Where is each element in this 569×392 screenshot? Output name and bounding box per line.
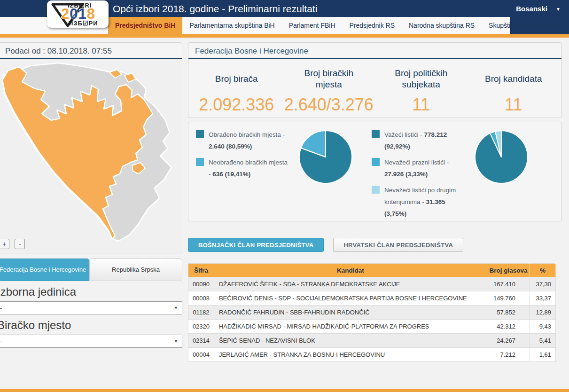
pie-legend-1: Važeći listići - 778.212 (92,92%)Nevažeć… [372,129,466,224]
vote-count: 149.760 [487,291,530,306]
stat-2: Broj političkih subjekata11 [375,67,468,115]
candidate-code: 02320 [188,320,214,334]
vote-count: 42.312 [487,320,530,334]
map-zoom-in-button[interactable]: + [0,239,9,249]
vote-count: 57.852 [487,306,530,320]
vote-percent: 5,41 [530,334,556,348]
pie-charts-row: Obrađeno biračkih mjesta - 2.640 (80,59%… [188,122,561,230]
table-row: 00004JERLAGIĆ AMER - STRANKA ZA BOSNU I … [188,348,556,362]
stat-label: Broj kandidata [468,67,560,91]
stat-value: 2.640/3.276 [283,95,375,115]
left-sidebar: Podaci od : 08.10.2018. 07:55 + - Federa… [0,42,182,348]
column-header-3: % [530,264,556,277]
legend-item: Obrađeno biračkih mjesta - 2.640 (80,59%… [196,129,290,152]
vote-percent: 1,61 [530,348,556,362]
entity-title: Federacija Bosne i Hercegovine [188,43,561,59]
data-timestamp: Podaci od : 08.10.2018. 07:55 [0,43,182,59]
stat-value: 11 [375,95,468,115]
nav-tab-4[interactable]: Narodna skupština RS [402,17,482,34]
legend-marker-icon [196,158,204,166]
stat-value: 2.092.336 [190,95,283,115]
map-zoom-out-button[interactable]: - [15,239,25,249]
column-header-0: Šifra [188,264,214,277]
vote-count: 167.410 [487,277,530,291]
map-panel: Podaci od : 08.10.2018. 07:55 + - [0,42,182,253]
izborna-jedinica-select[interactable]: - ▼ [0,301,182,314]
legend-marker-icon [196,130,204,138]
language-label: Bosanski [516,5,547,13]
vote-count: 24.267 [487,334,530,348]
vote-percent: 33,37 [530,291,556,306]
biracko-mjesto-select[interactable]: - ▼ [0,335,182,348]
legend-marker-icon [372,130,380,138]
candidate-name: HADŽIKADIĆ MIRSAD - MIRSAD HADŽIKADIĆ-PL… [214,320,487,334]
candidate-name: BEĆIROVIĆ DENIS - SDP - SOCIJALDEMOKRATS… [214,291,487,306]
table-row: 02314ŠEPIĆ SENAD - NEZAVISNI BLOK24.2675… [188,334,556,348]
candidate-code: 00004 [188,348,214,362]
vote-percent: 9,43 [530,320,556,334]
stat-label: Broj biračkih mjesta [283,67,375,91]
legend-item: Neobrađeno biračkih mjesta - 636 (19,41%… [196,157,290,180]
candidate-code: 00090 [188,277,214,291]
entity-tab-1[interactable]: Republika Srpska [89,259,182,281]
filter-label-izborna-jedinica: Izborna jedinica [0,285,182,298]
main-nav-tabs: Predsjedništvo BiHParlamentarna skupštin… [108,17,569,34]
entity-tabs: Federacija Bosne i HercegovineRepublika … [0,259,182,281]
table-row: 00008BEĆIROVIĆ DENIS - SDP - SOCIJALDEMO… [188,291,556,306]
vote-percent: 37,30 [530,277,556,291]
filter-label-biracko-mjesto: Biračko mjesto [0,319,182,332]
vote-count: 7.212 [487,348,530,362]
candidate-code: 01182 [188,306,214,320]
results-main: Federacija Bosne i Hercegovine Broj bira… [188,42,562,362]
race-buttons: BOŠNJAČKI ČLAN PREDSJEDNIŠTVAHRVATSKI ČL… [188,238,562,252]
pie-chart-1 [473,129,530,185]
legend-label: Neobrađeno biračkih mjesta - 636 (19,41%… [209,157,290,180]
candidate-name: DŽAFEROVIĆ ŠEFIK - SDA - STRANKA DEMOKRA… [214,277,487,291]
pie-legend-0: Obrađeno biračkih mjesta - 2.640 (80,59%… [196,129,290,184]
chevron-down-icon: ▼ [556,7,561,12]
entity-tab-0[interactable]: Federacija Bosne i Hercegovine [0,259,89,281]
table-row: 01182RADONČIĆ FAHRUDIN - SBB-FAHRUDIN RA… [188,306,556,320]
language-selector[interactable]: Bosanski ▼ [516,5,561,13]
legend-label: Važeći listići - 778.212 (92,92%) [384,129,466,152]
nav-tab-5[interactable]: Skupštine kantona u FBiH [482,17,569,34]
results-table: ŠifraKandidatBroj glasova% 00090DŽAFEROV… [188,263,556,362]
page-title: Opći izbori 2018. godine - Preliminarni … [113,3,317,15]
bih-map: + - [0,59,182,253]
legend-label: Nevažeći listići po drugim kriterijumima… [384,184,466,220]
pie-chart-0 [297,129,354,185]
vote-percent: 12,89 [530,306,556,320]
candidate-code: 02314 [188,334,214,348]
nav-tab-3[interactable]: Predsjednik RS [343,17,402,34]
candidate-name: JERLAGIĆ AMER - STRANKA ZA BOSNU I HERCE… [214,348,487,362]
race-button-1[interactable]: HRVATSKI ČLAN PREDSJEDNIŠTVA [333,238,463,252]
race-button-0[interactable]: BOŠNJAČKI ČLAN PREDSJEDNIŠTVA [188,238,324,252]
legend-label: Obrađeno biračkih mjesta - 2.640 (80,59%… [209,129,290,152]
stat-label: Broj političkih subjekata [375,67,468,91]
stat-value: 11 [468,95,560,115]
legend-item: Nevažeći listići po drugim kriterijumima… [372,184,466,220]
nav-tab-2[interactable]: Parlament FBiH [282,17,343,34]
legend-item: Nevažeći prazni listići - 27.926 (3,33%) [372,157,466,180]
table-row: 02320HADŽIKADIĆ MIRSAD - MIRSAD HADŽIKAD… [188,320,556,334]
select-value: - [0,338,2,345]
legend-marker-icon [372,158,380,166]
candidate-name: RADONČIĆ FAHRUDIN - SBB-FAHRUDIN RADONČI… [214,306,487,320]
header-bar: Opći izbori 2018. godine - Preliminarni … [0,0,569,34]
map-zoom-controls: + - [0,239,28,249]
nav-tab-1[interactable]: Parlamentarna skupština BiH [182,17,281,34]
footer-accent-bar [0,389,569,392]
chevron-down-icon: ▼ [174,306,178,310]
legend-item: Važeći listići - 778.212 (92,92%) [372,129,466,152]
column-header-1: Kandidat [214,264,487,277]
legend-label: Nevažeći prazni listići - 27.926 (3,33%) [384,157,466,180]
header-accent-bar [0,34,569,38]
charts-panel: Obrađeno biračkih mjesta - 2.640 (80,59%… [188,122,562,221]
column-header-2: Broj glasova [487,264,530,277]
logo-text-cyrillic: ИЗБ☑РИ [69,20,98,27]
nav-tab-0[interactable]: Predsjedništvo BiH [108,17,182,34]
stat-3: Broj kandidata11 [468,67,560,115]
stat-label: Broj birača [190,67,283,91]
summary-panel: Federacija Bosne i Hercegovine Broj bira… [188,42,562,118]
stat-0: Broj birača2.092.336 [190,67,283,115]
